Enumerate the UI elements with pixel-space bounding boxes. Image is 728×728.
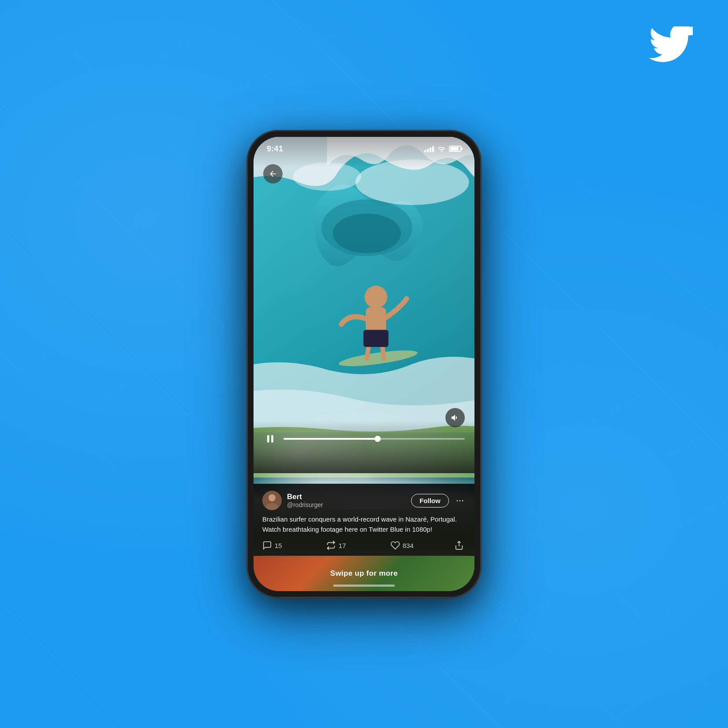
swipe-up-label: Swipe up for more (330, 569, 397, 578)
svg-point-2 (333, 213, 401, 253)
video-fade (254, 420, 474, 473)
svg-rect-7 (364, 330, 389, 347)
retweet-count: 17 (338, 542, 346, 549)
user-info: Bert @rodrisurger (287, 493, 406, 508)
signal-icon (424, 145, 434, 152)
user-name: Bert (287, 493, 406, 501)
share-action[interactable] (454, 540, 466, 550)
progress-bar[interactable] (283, 438, 465, 440)
comment-action[interactable]: 15 (262, 540, 326, 550)
wifi-icon (438, 146, 445, 152)
comment-icon (262, 540, 272, 550)
more-button[interactable]: ··· (454, 495, 466, 506)
home-indicator (333, 585, 395, 587)
pause-button[interactable] (263, 432, 277, 446)
tweet-text: Brazilian surfer conquers a world-record… (262, 515, 466, 534)
phone-screen: 9:41 (254, 137, 474, 591)
like-action[interactable]: 834 (390, 540, 454, 550)
status-bar: 9:41 (254, 137, 474, 161)
user-handle: @rodrisurger (287, 501, 406, 508)
like-icon (390, 540, 400, 550)
volume-icon (450, 413, 460, 423)
twitter-logo (649, 26, 693, 63)
svg-point-11 (268, 494, 276, 501)
back-button[interactable] (263, 164, 283, 184)
svg-point-5 (338, 347, 418, 370)
share-icon (454, 540, 464, 550)
progress-dot (375, 436, 381, 442)
like-count: 834 (403, 542, 414, 549)
battery-icon (449, 146, 461, 152)
tweet-info: Bert @rodrisurger Follow ··· Brazilian s… (254, 484, 474, 556)
progress-fill (283, 438, 378, 440)
play-controls (254, 432, 474, 446)
phone-body: 9:41 (247, 131, 481, 597)
comment-count: 15 (275, 542, 282, 549)
info-panel: Bert @rodrisurger Follow ··· Brazilian s… (254, 484, 474, 591)
status-icons (424, 145, 461, 152)
retweet-action[interactable]: 17 (326, 540, 390, 550)
phone-frame: 9:41 (247, 131, 481, 597)
follow-button[interactable]: Follow (411, 494, 449, 507)
svg-point-8 (364, 286, 387, 309)
avatar[interactable] (262, 491, 282, 510)
retweet-icon (326, 540, 336, 550)
status-time: 9:41 (267, 144, 283, 154)
svg-rect-6 (366, 307, 386, 339)
user-row: Bert @rodrisurger Follow ··· (262, 491, 466, 510)
actions-row: 15 17 (262, 540, 466, 556)
